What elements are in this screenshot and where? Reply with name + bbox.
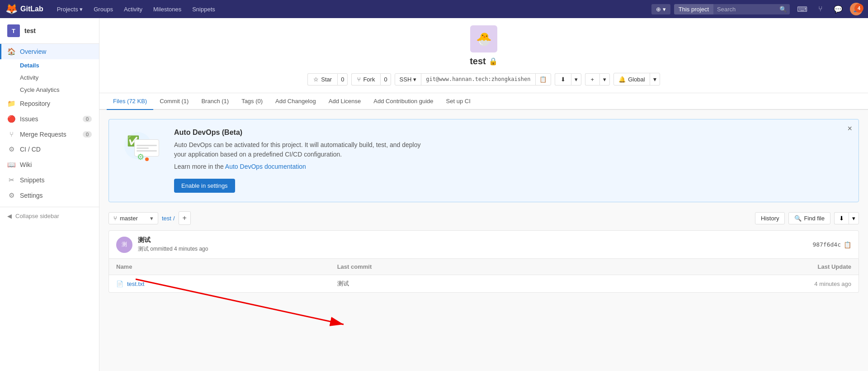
create-new-button[interactable]: ⊕ ▾ [651, 4, 670, 14]
merge-requests-button[interactable]: ⑂ [815, 3, 826, 15]
sidebar-sub-cycle-analytics[interactable]: Cycle Analytics [0, 84, 99, 96]
sidebar-item-overview[interactable]: 🏠 Overview [0, 44, 99, 59]
keyboard-shortcuts-button[interactable]: ⌨ [793, 3, 811, 15]
file-last-commit: 测试 [337, 280, 349, 287]
ci-cd-icon: ⚙ [7, 145, 15, 153]
commit-info: 测试 测试 ommitted 4 minutes ago [138, 236, 807, 253]
search-scope-button[interactable]: This project [674, 4, 713, 14]
breadcrumb: test / [162, 215, 175, 222]
download-repo-arrow[interactable]: ▾ [849, 212, 859, 224]
nav-link-projects[interactable]: Projects ▾ [52, 4, 88, 14]
branch-chevron-icon: ▾ [150, 215, 153, 222]
sidebar-sub-details[interactable]: Details [0, 59, 99, 71]
project-header: 🐣 test 🔒 ☆ Star 0 ⑂ [99, 18, 868, 93]
find-file-button[interactable]: 🔍 Find file [788, 212, 830, 224]
commit-meta: 测试 ommitted 4 minutes ago [138, 245, 807, 253]
add-file-arrow-button[interactable]: ▾ [599, 73, 610, 86]
sidebar-item-merge-requests[interactable]: ⑂ Merge Requests 0 [0, 127, 99, 142]
ssh-chevron-icon: ▾ [413, 76, 416, 83]
commit-hash: 987f6d4c 📋 [812, 241, 851, 248]
col-header-name: Name [116, 263, 337, 270]
file-table-header: Name Last commit Last Update [109, 259, 859, 275]
tab-tags[interactable]: Tags (0) [235, 93, 269, 110]
download-arrow-button[interactable]: ▾ [571, 73, 581, 86]
tab-add-changelog[interactable]: Add Changelog [269, 93, 322, 110]
copy-hash-button[interactable]: 📋 [844, 241, 851, 248]
star-button[interactable]: ☆ Star [307, 73, 337, 86]
notification-badge: 4 [854, 4, 863, 13]
sidebar-sub-activity[interactable]: Activity [0, 71, 99, 84]
tab-add-license[interactable]: Add License [322, 93, 368, 110]
tab-files[interactable]: Files (72 KB) [107, 93, 153, 110]
enable-autodevops-button[interactable]: Enable in settings [174, 179, 235, 193]
collapse-sidebar-button[interactable]: ◀ Collapse sidebar [0, 207, 99, 225]
tab-commit[interactable]: Commit (1) [153, 93, 195, 110]
project-tabs: Files (72 KB) Commit (1) Branch (1) Tags… [99, 93, 868, 110]
star-icon: ☆ [313, 76, 319, 83]
copy-url-button[interactable]: 📋 [535, 74, 551, 85]
commit-time: ommitted 4 minutes ago [150, 246, 208, 252]
search-input[interactable] [713, 4, 777, 14]
fork-group: ⑂ Fork 0 [351, 73, 391, 86]
sidebar-item-repository[interactable]: 📁 Repository [0, 96, 99, 111]
autodevops-doc-link[interactable]: Auto DevOps documentation [225, 163, 306, 170]
sidebar-item-settings[interactable]: ⚙ Settings [0, 188, 99, 203]
lock-icon: 🔒 [489, 57, 498, 66]
page-layout: T test 🏠 Overview Details Activity Cycle… [0, 18, 868, 371]
file-update-cell: 4 minutes ago [779, 281, 851, 287]
sidebar-overview-label: Overview [20, 48, 46, 55]
tab-add-contribution[interactable]: Add Contribution guide [367, 93, 439, 110]
fork-button[interactable]: ⑂ Fork [351, 73, 380, 86]
sidebar-item-wiki[interactable]: 📖 Wiki [0, 157, 99, 172]
ssh-label[interactable]: SSH ▾ [395, 74, 422, 85]
merge-requests-nav-icon: ⑂ [7, 130, 15, 138]
tab-setup-ci[interactable]: Set up CI [440, 93, 477, 110]
file-name[interactable]: test.txt [127, 281, 144, 287]
branch-selector[interactable]: ⑂ master ▾ [108, 212, 158, 224]
file-icon: 📄 [116, 281, 123, 287]
add-file-group: + ▾ [585, 73, 610, 86]
path-segment[interactable]: test [162, 215, 171, 222]
gitlab-logo[interactable]: 🦊 GitLab [5, 3, 43, 15]
star-count[interactable]: 0 [337, 73, 348, 86]
search-submit-button[interactable]: 🔍 [777, 4, 790, 14]
clone-url: git@www.hannan.tech:zhongkaishen [421, 74, 535, 85]
commit-hash-text: 987f6d4c [812, 241, 841, 248]
nav-link-groups[interactable]: Groups [89, 4, 118, 14]
notification-arrow-button[interactable]: ▾ [650, 73, 660, 85]
sidebar-item-issues[interactable]: 🔴 Issues 0 [0, 111, 99, 127]
issues-icon: 🔴 [7, 115, 15, 123]
download-repo-group: ⬇ ▾ [834, 212, 859, 224]
project-avatar: T [7, 24, 20, 37]
add-file-button[interactable]: + [585, 73, 600, 86]
repository-icon: 📁 [7, 100, 15, 108]
annotation-arrow-container [108, 293, 859, 347]
path-separator: / [173, 215, 175, 222]
fork-count[interactable]: 0 [380, 73, 391, 86]
project-avatar-large: 🐣 [470, 25, 497, 52]
close-banner-button[interactable]: × [847, 124, 852, 133]
add-to-path-button[interactable]: + [179, 211, 191, 225]
illus-dot [145, 157, 149, 161]
fork-icon: ⑂ [357, 76, 361, 83]
download-repo-button[interactable]: ⬇ [834, 212, 849, 224]
nav-link-snippets[interactable]: Snippets [188, 4, 220, 14]
sidebar-item-ci-cd[interactable]: ⚙ CI / CD [0, 142, 99, 157]
notification-main[interactable]: 🔔 Global [614, 74, 650, 85]
nav-link-activity[interactable]: Activity [119, 4, 147, 14]
sidebar-repository-label: Repository [20, 100, 50, 107]
nav-link-milestones[interactable]: Milestones [149, 4, 186, 14]
sidebar-issues-label: Issues [20, 115, 38, 123]
content-area: × ✅ ⚙ Auto DevOps (Beta) Auto DevOps [99, 110, 868, 356]
top-nav-links: Projects ▾ Groups Activity Milestones Sn… [52, 4, 220, 14]
download-button[interactable]: ⬇ [555, 73, 571, 86]
history-button[interactable]: History [755, 212, 785, 224]
snippets-icon: ✂ [7, 176, 15, 184]
col-header-commit: Last commit [337, 263, 779, 270]
commit-message[interactable]: 测试 [138, 236, 807, 244]
sidebar-item-snippets[interactable]: ✂ Snippets [0, 172, 99, 188]
illus-line-2 [137, 147, 149, 149]
commit-row: 测 测试 测试 ommitted 4 minutes ago 987f6d4c … [108, 230, 859, 259]
tab-branch[interactable]: Branch (1) [195, 93, 235, 110]
issues-button[interactable]: 💬 [830, 3, 846, 15]
